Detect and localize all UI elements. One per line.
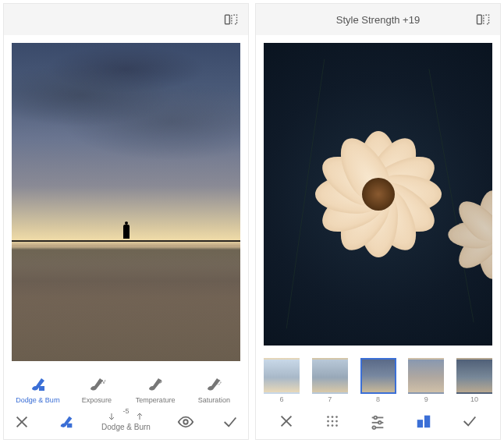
brush-temp-icon (146, 375, 165, 394)
style-preview (408, 358, 444, 394)
svg-point-24 (335, 424, 338, 427)
svg-rect-32 (424, 416, 430, 428)
style-preview (360, 358, 396, 394)
style-id: 6 (279, 395, 283, 403)
svg-point-18 (335, 416, 338, 418)
sliders-icon[interactable] (369, 413, 386, 430)
svg-rect-31 (417, 420, 423, 427)
compare-icon[interactable] (475, 12, 491, 27)
adjustment-label: Dodge & Burn (101, 423, 151, 431)
edited-photo (264, 43, 492, 346)
style-id: 8 (376, 395, 380, 403)
edited-photo (12, 43, 240, 361)
svg-rect-2 (39, 386, 44, 391)
top-bar (4, 4, 248, 35)
confirm-icon[interactable] (222, 413, 239, 431)
style-id: 9 (424, 395, 428, 403)
style-thumb-7[interactable]: 7 (312, 358, 348, 403)
svg-point-17 (332, 416, 334, 418)
style-thumb-6[interactable]: 6 (264, 358, 300, 403)
tool-exposure[interactable]: EV Exposure (72, 375, 122, 404)
svg-point-11 (184, 420, 189, 424)
tool-label: Saturation (198, 396, 230, 404)
tool-label: Temperature (136, 396, 176, 404)
svg-point-20 (332, 420, 334, 423)
brush-icon (29, 375, 48, 394)
close-icon[interactable] (278, 413, 295, 430)
tool-dodge-burn[interactable]: Dodge & Burn (13, 375, 63, 404)
brush-ev-icon: EV (87, 375, 106, 394)
svg-point-16 (327, 416, 329, 418)
style-id: 7 (328, 395, 332, 403)
svg-point-28 (378, 421, 382, 424)
tool-label: Dodge & Burn (16, 396, 60, 404)
close-icon[interactable] (13, 413, 30, 431)
svg-rect-0 (225, 15, 230, 24)
style-thumb-8[interactable]: 8 (360, 358, 396, 403)
brush-sat-icon (204, 375, 223, 394)
bottom-action-bar: -5 Dodge & Burn (4, 407, 248, 439)
svg-point-22 (327, 424, 329, 427)
svg-point-23 (332, 424, 334, 427)
svg-point-19 (327, 420, 329, 423)
tool-saturation[interactable]: Saturation (189, 375, 239, 404)
style-thumbnails-row[interactable]: 6 7 8 9 10 (256, 353, 500, 405)
texture-icon[interactable] (324, 413, 341, 430)
editor-pane-brush: Dodge & Burn EV Exposure Temperature Sat… (3, 3, 249, 440)
svg-rect-12 (477, 15, 482, 24)
style-preview (264, 358, 300, 394)
style-thumb-10[interactable]: 10 (456, 358, 492, 403)
editor-pane-styles: Style Strength +19 (255, 3, 501, 440)
confirm-icon[interactable] (461, 413, 478, 430)
svg-rect-8 (66, 423, 71, 427)
top-bar: Style Strength +19 (256, 4, 500, 35)
tool-label: Exposure (82, 396, 112, 404)
brush-mode-icon[interactable] (58, 413, 75, 431)
tool-temperature[interactable]: Temperature (130, 375, 180, 404)
svg-point-21 (335, 420, 338, 423)
header-title: Style Strength +19 (256, 14, 500, 26)
brush-tools-row: Dodge & Burn EV Exposure Temperature Sat… (4, 369, 248, 407)
svg-point-30 (373, 426, 376, 429)
style-thumb-9[interactable]: 9 (408, 358, 444, 403)
eye-icon[interactable] (177, 413, 194, 431)
svg-text:EV: EV (98, 379, 106, 385)
style-preview (312, 358, 348, 394)
style-preview (456, 358, 492, 394)
bottom-action-bar (256, 405, 500, 439)
compare-icon[interactable] (223, 12, 239, 27)
image-canvas[interactable] (256, 35, 500, 353)
image-canvas[interactable] (4, 35, 248, 369)
style-id: 10 (470, 395, 478, 403)
svg-point-26 (374, 416, 378, 420)
adjustment-indicator[interactable]: -5 Dodge & Burn (101, 412, 151, 431)
adjustment-value: -5 (122, 408, 129, 416)
styles-icon[interactable] (415, 413, 432, 430)
